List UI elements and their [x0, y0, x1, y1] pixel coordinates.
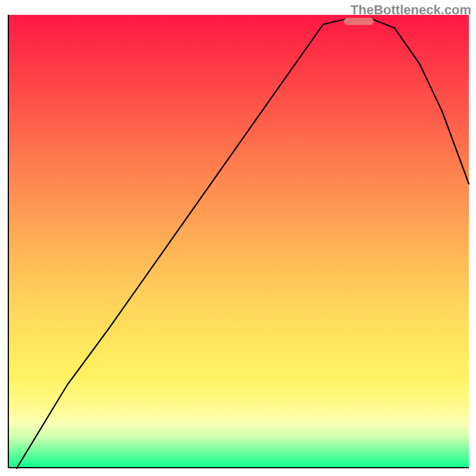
x-axis-line [8, 467, 469, 468]
y-axis-line [8, 15, 9, 468]
bottleneck-chart: TheBottleneck.com [0, 0, 476, 476]
bottleneck-curve-path [17, 19, 469, 468]
watermark-text: TheBottleneck.com [350, 2, 471, 18]
bottleneck-curve [8, 15, 469, 468]
optimal-range-marker [344, 18, 374, 25]
